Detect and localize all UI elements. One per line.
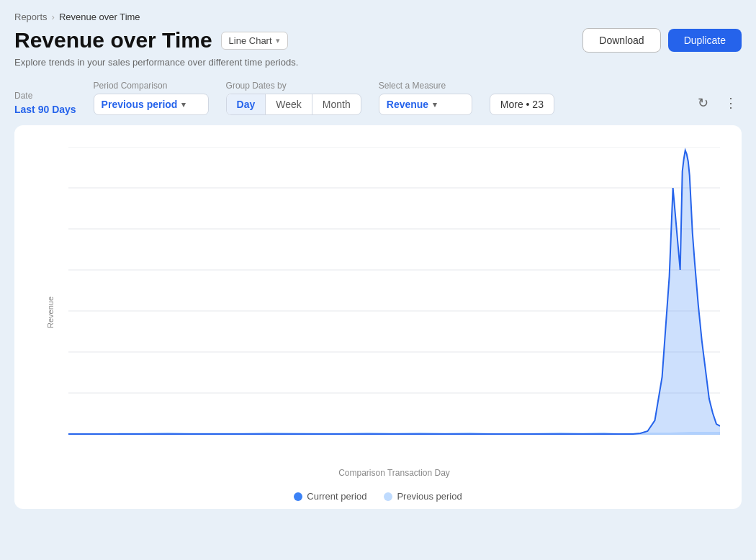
legend-current-label: Current period [307, 491, 366, 502]
download-button[interactable]: Download [582, 28, 660, 53]
chart-container: Revenue 70000 60000 50000 40000 30000 20… [14, 125, 742, 509]
refresh-icon: ↻ [698, 95, 708, 111]
group-dates-group: Group Dates by Day Week Month [226, 81, 361, 115]
measure-chevron: ▾ [433, 100, 437, 109]
breadcrumb: Reports › Revenue over Time [14, 12, 742, 22]
measure-label: Select a Measure [379, 81, 472, 91]
header-actions: Download Duplicate [582, 28, 742, 53]
legend-current: Current period [294, 491, 366, 502]
group-dates-label: Group Dates by [226, 81, 361, 91]
breadcrumb-separator: › [52, 12, 55, 22]
refresh-button[interactable]: ↻ [693, 91, 713, 115]
duplicate-button[interactable]: Duplicate [668, 29, 742, 52]
y-axis-label: Revenue [46, 297, 55, 328]
more-options-icon: ⋮ [724, 95, 737, 111]
measure-select[interactable]: Revenue ▾ [379, 94, 472, 115]
page-subtitle: Explore trends in your sales performance… [14, 57, 742, 68]
filters-row: Date Last 90 Days Period Comparison Prev… [14, 81, 742, 115]
period-comparison-label: Period Comparison [94, 81, 209, 91]
page-title: Revenue over Time [14, 28, 212, 53]
period-comparison-chevron: ▾ [181, 100, 186, 109]
measure-group: Select a Measure Revenue ▾ [379, 81, 472, 115]
group-day-button[interactable]: Day [227, 94, 266, 114]
chart-type-button[interactable]: Line Chart ▾ [221, 32, 288, 50]
chart-type-label: Line Chart [229, 35, 272, 46]
filter-actions: ↻ ⋮ [693, 91, 742, 115]
legend-previous-label: Previous period [397, 491, 462, 502]
chart-area: Revenue 70000 60000 50000 40000 30000 20… [29, 140, 727, 485]
legend-previous-dot [384, 492, 392, 501]
measure-value: Revenue [387, 99, 428, 110]
chart-type-chevron: ▾ [276, 36, 280, 45]
more-options-button[interactable]: ⋮ [720, 91, 742, 115]
page-header: Revenue over Time Line Chart ▾ Download … [14, 28, 742, 53]
group-dates-buttons: Day Week Month [226, 94, 361, 115]
page-title-row: Revenue over Time Line Chart ▾ [14, 28, 288, 53]
date-filter-label: Date [14, 91, 76, 101]
legend-current-dot [294, 492, 302, 501]
period-comparison-group: Period Comparison Previous period ▾ [94, 81, 209, 115]
breadcrumb-parent[interactable]: Reports [14, 12, 48, 22]
group-week-button[interactable]: Week [266, 94, 312, 114]
period-comparison-select[interactable]: Previous period ▾ [94, 94, 209, 115]
period-comparison-value: Previous period [102, 99, 178, 110]
group-month-button[interactable]: Month [312, 94, 361, 114]
legend-previous: Previous period [384, 491, 462, 502]
date-filter-group: Date Last 90 Days [14, 91, 76, 115]
breadcrumb-current: Revenue over Time [59, 12, 140, 22]
chart-svg: 70000 60000 50000 40000 30000 20000 1000… [68, 147, 720, 435]
chart-legend: Current period Previous period [29, 491, 727, 502]
more-button[interactable]: More • 23 [490, 94, 554, 115]
date-filter-value[interactable]: Last 90 Days [14, 104, 76, 115]
chart-svg-wrapper: 70000 60000 50000 40000 30000 20000 1000… [68, 147, 720, 435]
x-axis-label: Comparison Transaction Day [68, 468, 720, 478]
